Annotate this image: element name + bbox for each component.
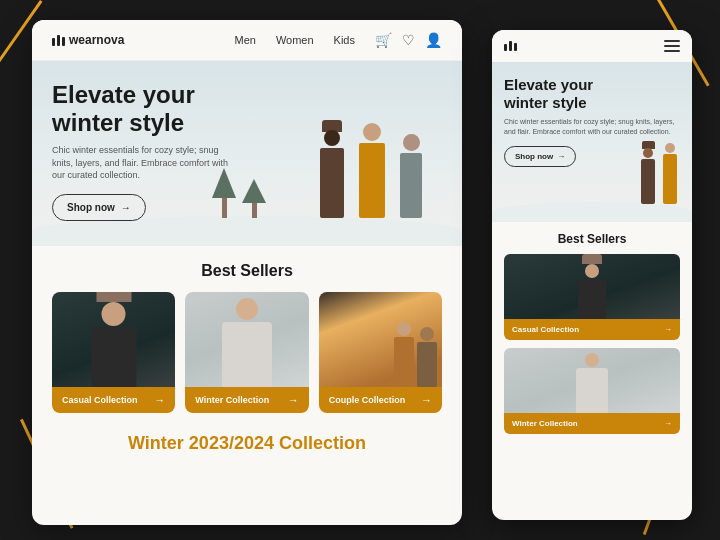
figure-2 [359,123,385,218]
logo-icon [52,35,65,46]
logo-bar-1 [52,38,55,46]
mobile-casual-body [578,279,606,319]
mobile-product-casual[interactable]: Casual Collection → [504,254,680,340]
mobile-winter-head [585,353,599,367]
mobile-winter-label: Winter Collection → [504,413,680,434]
couple-body-1 [394,337,414,387]
mobile-img-casual [504,254,680,319]
tree-top-2 [242,179,266,203]
figure-1 [320,120,344,218]
couple-figures [394,322,437,387]
hero-section: Elevate your winter style Chic winter es… [32,61,462,246]
figure-3 [400,134,422,218]
brand-logo: wearnova [52,33,124,47]
brand-name: wearnova [69,33,124,47]
product-img-couple [319,292,442,387]
casual-label-text: Casual Collection [62,395,138,405]
navbar: wearnova Men Women Kids 🛒 ♡ 👤 [32,20,462,61]
product-img-winter [185,292,308,387]
footer-text-post: Collection [274,433,366,453]
figure-3-body [400,153,422,218]
tree-2 [242,179,266,218]
mobile-menu-icon[interactable] [664,40,680,52]
hero-cta-button[interactable]: Shop now → [52,194,146,221]
figure-2-body [359,143,385,218]
couple-body-2 [417,342,437,387]
couple-head-2 [420,327,434,341]
mobile-navbar [492,30,692,62]
mobile-cta-button[interactable]: Shop now → [504,146,576,167]
nav-women[interactable]: Women [276,34,314,46]
best-sellers-title: Best Sellers [52,262,442,280]
winter-label-text: Winter Collection [195,395,269,405]
product-card-winter[interactable]: Winter Collection → [185,292,308,413]
casual-label: Casual Collection → [52,387,175,413]
mobile-casual-figure [578,254,606,319]
mobile-product-winter[interactable]: Winter Collection → [504,348,680,434]
couple-head-1 [397,322,411,336]
figure-1-head [324,130,340,146]
mobile-logo [504,41,517,51]
mobile-logo-bars-container [504,41,517,51]
hero-subtitle: Chic winter essentials for cozy style; s… [52,144,232,182]
nav-kids[interactable]: Kids [334,34,355,46]
mobile-bar-2 [509,41,512,51]
nav-men[interactable]: Men [234,34,255,46]
user-icon[interactable]: 👤 [425,32,442,48]
footer-text-pre: Winter [128,433,189,453]
winter-label: Winter Collection → [185,387,308,413]
figure-3-head [403,134,420,151]
hero-content: Elevate your winter style Chic winter es… [52,81,232,221]
heart-icon[interactable]: ♡ [402,32,415,48]
footer-year: 2023/2024 [189,433,274,453]
casual-figure [91,292,136,387]
mobile-title-line1: Elevate your [504,76,593,93]
casual-hat [96,292,131,302]
cart-icon[interactable]: 🛒 [375,32,392,48]
winter-head [236,298,258,320]
mobile-casual-label-text: Casual Collection [512,325,579,334]
winter-figure [222,298,272,387]
hero-title: Elevate your winter style [52,81,232,136]
nav-links: Men Women Kids [234,34,355,46]
mobile-title-line2: winter style [504,94,587,111]
couple-label: Couple Collection → [319,387,442,413]
hero-title-line1: Elevate your [52,81,195,108]
menu-bar-3 [664,50,680,52]
mobile-hero-title: Elevate your winter style [504,76,680,112]
product-card-casual[interactable]: Casual Collection → [52,292,175,413]
couple-figure-1 [394,322,414,387]
hero-cta-label: Shop now [67,202,115,213]
couple-figure-2 [417,327,437,387]
mobile-casual-label: Casual Collection → [504,319,680,340]
mobile-img-winter [504,348,680,413]
mobile-hero: Elevate your winter style Chic winter es… [492,62,692,222]
casual-arrow: → [154,394,165,406]
mobile-casual-head [585,264,599,278]
mobile-bar-1 [504,44,507,51]
mobile-snow-ground [492,202,692,222]
logo-bar-3 [62,37,65,46]
hero-figures [320,120,422,218]
winter-body [222,322,272,387]
menu-bar-1 [664,40,680,42]
product-card-couple[interactable]: Couple Collection → [319,292,442,413]
mobile-cta-arrow: → [557,152,565,161]
winter-arrow: → [288,394,299,406]
mobile-casual-hat [582,254,602,264]
mobile-winter-label-text: Winter Collection [512,419,578,428]
desktop-card: wearnova Men Women Kids 🛒 ♡ 👤 [32,20,462,525]
tree-trunk-2 [252,203,257,218]
casual-body [91,327,136,387]
menu-bar-2 [664,45,680,47]
mobile-cta-label: Shop now [515,152,553,161]
mobile-hero-subtitle: Chic winter essentials for cozy style; s… [504,117,680,137]
mobile-best-sellers-title: Best Sellers [504,232,680,246]
footer-banner: Winter 2023/2024 Collection [32,423,462,458]
casual-head [102,302,126,326]
hero-title-line2: winter style [52,109,184,136]
product-img-casual [52,292,175,387]
mobile-winter-body [576,368,608,413]
figure-1-body [320,148,344,218]
figure-2-head [363,123,381,141]
